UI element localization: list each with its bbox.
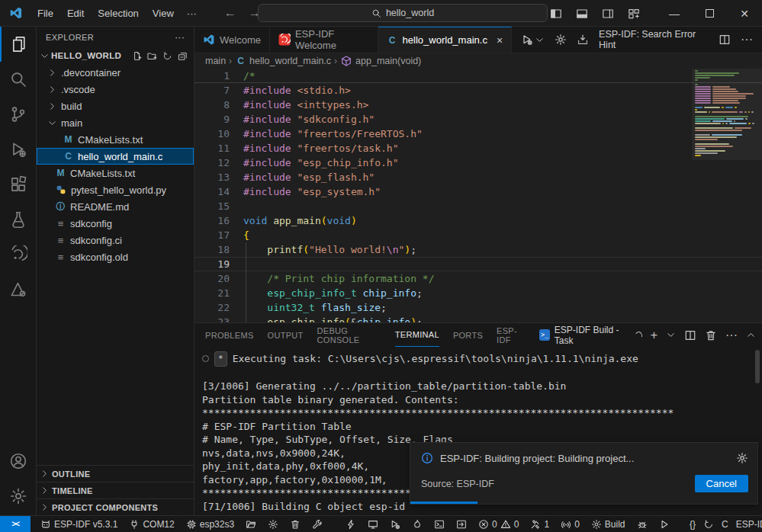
new-terminal-icon[interactable]: +: [651, 328, 658, 342]
tree-item-pytest_hello_world.py[interactable]: pytest_hello_world.py: [37, 181, 194, 198]
remote-indicator[interactable]: ><: [0, 516, 31, 532]
status-monitor-device[interactable]: [364, 519, 382, 530]
menu-edit[interactable]: Edit: [60, 0, 91, 27]
section-timeline[interactable]: TIMELINE: [37, 482, 194, 498]
code-line-16[interactable]: 16void app_main(void): [195, 213, 762, 228]
status-language-c[interactable]: C: [718, 519, 732, 530]
close-tab-icon[interactable]: ×: [497, 34, 503, 46]
chevron-down-icon[interactable]: [666, 330, 676, 340]
status-run[interactable]: [655, 519, 674, 530]
menu-selection[interactable]: Selection: [91, 0, 145, 27]
notification-settings-icon[interactable]: [736, 452, 748, 464]
code-line-8[interactable]: 8#include <inttypes.h>: [195, 98, 762, 112]
activity-source-control[interactable]: [0, 97, 37, 132]
tab-hello_world_main.c[interactable]: Chello_world_main.c ×: [378, 27, 512, 53]
tree-item-.vscode[interactable]: .vscode: [37, 81, 194, 98]
panel-tab-debug-console[interactable]: DEBUG CONSOLE: [317, 323, 381, 347]
cancel-button[interactable]: Cancel: [695, 475, 748, 492]
menu-more-icon[interactable]: ···: [181, 8, 203, 19]
new-folder-icon[interactable]: [147, 51, 157, 61]
code-line-10[interactable]: 10#include "freertos/FreeRTOS.h": [195, 127, 762, 141]
search-error-hint-button[interactable]: ESP-IDF: Search Error Hint: [599, 29, 709, 50]
minimap[interactable]: [692, 70, 762, 157]
code-line-21[interactable]: 21 esp_chip_info_t chip_info;: [195, 286, 762, 300]
panel-tab-output[interactable]: OUTPUT: [268, 323, 304, 347]
panel-tab-terminal[interactable]: TERMINAL: [395, 323, 439, 347]
menu-file[interactable]: File: [31, 0, 60, 27]
tree-item-CMakeLists.txt[interactable]: M CMakeLists.txt: [37, 131, 194, 148]
activity-settings[interactable]: [0, 479, 37, 514]
kill-terminal-icon[interactable]: [705, 329, 717, 341]
tree-item-main[interactable]: main: [37, 114, 194, 131]
run-device-icon[interactable]: [521, 34, 533, 46]
code-editor[interactable]: 1/* 7#include <stdio.h> 8#include <intty…: [195, 69, 762, 322]
tree-item-sdkconfig.ci[interactable]: ≡ sdkconfig.ci: [37, 232, 194, 248]
code-line-9[interactable]: 9#include "sdkconfig.h": [195, 112, 762, 127]
panel-tab-ports[interactable]: PORTS: [453, 323, 483, 347]
activity-explorer[interactable]: [0, 27, 37, 62]
terminal-scrollbar[interactable]: [755, 350, 760, 383]
split-terminal-icon[interactable]: [684, 329, 696, 341]
status-erase-flash[interactable]: [408, 519, 426, 530]
editor-more-icon[interactable]: ···: [741, 33, 753, 46]
activity-search[interactable]: [0, 62, 37, 97]
panel-tab-esp-idf[interactable]: ESP-IDF: [497, 323, 526, 347]
tree-item-build[interactable]: build: [37, 98, 194, 114]
status-menuconfig[interactable]: [264, 519, 282, 530]
breadcrumb-item[interactable]: hello_world_main.c: [249, 56, 331, 66]
install-icon[interactable]: [577, 34, 589, 46]
status-flash-method[interactable]: [342, 519, 360, 530]
toggle-sidebar-icon[interactable]: [550, 8, 562, 20]
tree-item-.devcontainer[interactable]: .devcontainer: [37, 64, 194, 81]
explorer-more-icon[interactable]: ···: [175, 31, 185, 43]
section-project-components[interactable]: PROJECT COMPONENTS: [37, 498, 194, 515]
status-problems[interactable]: 00: [474, 519, 522, 530]
toggle-secondary-sidebar-icon[interactable]: [602, 8, 614, 20]
activity-espressif[interactable]: [0, 237, 37, 272]
activity-testing[interactable]: [0, 202, 37, 237]
collapse-all-icon[interactable]: [178, 51, 188, 61]
code-line-13[interactable]: 13#include "esp_flash.h": [195, 170, 762, 184]
code-line-12[interactable]: 12#include "esp_chip_info.h": [195, 155, 762, 170]
project-root-row[interactable]: HELLO_WORLD: [37, 47, 194, 64]
code-line-11[interactable]: 11#include "freertos/task.h": [195, 141, 762, 155]
new-file-icon[interactable]: [132, 51, 142, 61]
code-line-15[interactable]: 15: [195, 199, 762, 213]
activity-account[interactable]: [0, 444, 37, 479]
code-line-14[interactable]: 14#include "esp_system.h": [195, 184, 762, 199]
code-line-1[interactable]: 1/*: [195, 69, 762, 83]
tree-item-sdkconfig[interactable]: ≡ sdkconfig: [37, 215, 194, 232]
tree-item-CMakeLists.txt[interactable]: M CMakeLists.txt: [37, 165, 194, 181]
terminal-task-item[interactable]: >_ ESP-IDF Build - Task: [539, 325, 641, 346]
gear-icon[interactable]: [555, 34, 567, 46]
status-sync[interactable]: [699, 519, 718, 530]
panel-more-icon[interactable]: ···: [725, 328, 738, 342]
minimize-button[interactable]: —: [657, 0, 692, 27]
menu-view[interactable]: View: [146, 0, 181, 27]
activity-esp-idf-explorer[interactable]: [0, 272, 37, 307]
status-bug[interactable]: [633, 519, 651, 530]
customize-layout-icon[interactable]: [628, 8, 640, 20]
section-outline[interactable]: OUTLINE: [37, 465, 194, 482]
panel-tab-problems[interactable]: PROBLEMS: [205, 323, 254, 347]
code-line-18[interactable]: 18 printf("Hello world!\n");: [195, 242, 762, 257]
status-custom-task[interactable]: [308, 519, 326, 530]
refresh-icon[interactable]: [162, 51, 172, 61]
tree-item-sdkconfig.old[interactable]: ≡ sdkconfig.old: [37, 248, 194, 265]
status-idf-tools[interactable]: 1: [526, 519, 553, 530]
activity-run-debug[interactable]: [0, 132, 37, 167]
tree-item-README.md[interactable]: ⓘ README.md: [37, 198, 194, 215]
breadcrumb-item[interactable]: main: [205, 56, 226, 66]
status-device-target[interactable]: esp32s3: [182, 519, 238, 530]
status-project-conf[interactable]: [242, 519, 260, 530]
tree-item-hello_world_main.c[interactable]: C hello_world_main.c: [37, 148, 194, 165]
status-ports[interactable]: 0: [557, 519, 584, 530]
status-open-idf-terminal[interactable]: [452, 519, 471, 530]
close-button[interactable]: ✕: [727, 0, 762, 27]
status-full-clean[interactable]: [286, 519, 304, 530]
tab-ESP-IDF-Welcome[interactable]: ESP-IDF Welcome: [270, 27, 378, 53]
maximize-button[interactable]: [692, 0, 727, 27]
status-serial-port[interactable]: COM12: [125, 519, 178, 530]
nav-back-icon[interactable]: ←: [224, 6, 236, 20]
status-terminal[interactable]: [430, 519, 449, 530]
